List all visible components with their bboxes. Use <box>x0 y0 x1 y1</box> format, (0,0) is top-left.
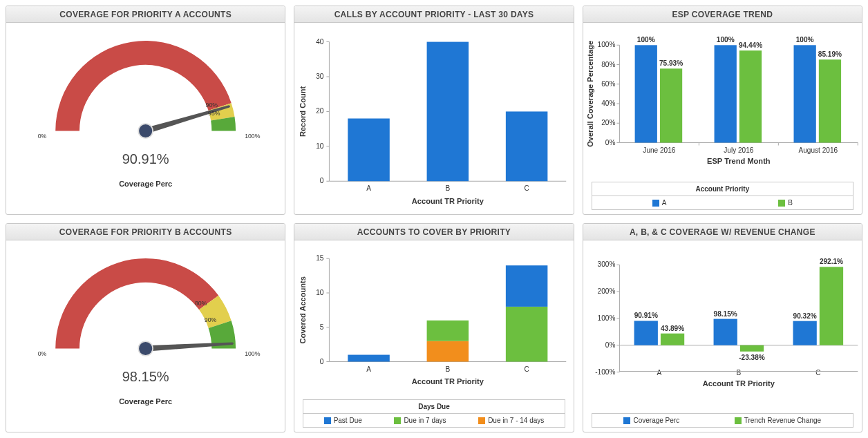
svg-text:C: C <box>525 184 529 192</box>
gauge-b: 0% 100% 80% 90% 98.15% Coverage Perc <box>6 240 285 432</box>
svg-text:C: C <box>815 369 820 377</box>
svg-rect-51 <box>818 59 840 142</box>
svg-text:200%: 200% <box>597 287 615 295</box>
svg-text:75.93%: 75.93% <box>659 59 683 67</box>
svg-text:100%: 100% <box>597 41 615 48</box>
legend-title: Account Priority <box>695 185 749 193</box>
esp-legend: Account Priority <box>592 182 853 196</box>
gauge-max-label: 100% <box>245 350 260 357</box>
panel-rev: A, B, & C COVERAGE W/ REVENUE CHANGE -10… <box>583 223 862 432</box>
svg-text:0: 0 <box>320 358 324 365</box>
cover-chart: 051015ABCAccount TR PriorityCovered Acco… <box>294 240 573 399</box>
gauge-caption: Coverage Perc <box>6 180 285 188</box>
panel-title: ACCOUNTS TO COVER BY PRIORITY <box>294 224 573 240</box>
panel-gauge-b: COVERAGE FOR PRIORITY B ACCOUNTS <box>6 223 285 432</box>
rev-legend: Coverage Perc Trench Revenue Change <box>592 413 853 428</box>
esp-chart: 0%20%40%60%80%100%100%75.93%June 2016100… <box>583 23 862 182</box>
svg-rect-19 <box>506 111 547 181</box>
svg-text:A: A <box>367 184 372 192</box>
rev-chart: -100%0%100%200%300%90.91%43.89%A98.15%-2… <box>583 240 862 413</box>
legend-item: Due in 7 - 14 days <box>478 417 544 424</box>
cover-legend-title-row: Days Due <box>303 399 565 414</box>
svg-text:5: 5 <box>320 323 324 331</box>
svg-rect-15 <box>348 119 390 182</box>
svg-text:-100%: -100% <box>595 368 615 376</box>
svg-text:B: B <box>446 365 451 373</box>
gauge-caption: Coverage Perc <box>6 397 285 406</box>
svg-text:300%: 300% <box>597 260 615 268</box>
svg-text:Record Count: Record Count <box>299 86 307 137</box>
svg-text:10: 10 <box>316 142 324 150</box>
svg-rect-49 <box>793 45 815 142</box>
svg-text:60%: 60% <box>601 80 615 88</box>
legend-item: Trench Revenue Change <box>735 417 821 424</box>
legend-label: Past Due <box>334 417 362 424</box>
panel-title: COVERAGE FOR PRIORITY A ACCOUNTS <box>6 6 285 23</box>
svg-text:30: 30 <box>316 73 324 80</box>
svg-text:ESP Trend Month: ESP Trend Month <box>707 157 771 165</box>
svg-text:Covered Accounts: Covered Accounts <box>299 276 307 343</box>
svg-text:98.15%: 98.15% <box>713 310 737 318</box>
legend-item: Coverage Perc <box>623 417 679 424</box>
svg-text:100%: 100% <box>637 36 655 44</box>
svg-rect-70 <box>348 355 390 362</box>
svg-text:94.44%: 94.44% <box>739 41 762 49</box>
legend-item: A <box>652 199 667 207</box>
svg-text:A: A <box>657 369 661 377</box>
svg-rect-45 <box>739 50 762 142</box>
cover-legend: Past Due Due in 7 days Due in 7 - 14 day… <box>303 414 565 428</box>
svg-text:Account TR Priority: Account TR Priority <box>412 377 484 385</box>
gauge-min-label: 0% <box>38 133 47 140</box>
svg-text:100%: 100% <box>795 36 813 44</box>
svg-text:Overall Coverage Percentage: Overall Coverage Percentage <box>586 41 594 147</box>
svg-text:B: B <box>736 369 741 377</box>
svg-text:0%: 0% <box>605 139 615 146</box>
svg-text:43.89%: 43.89% <box>661 325 684 332</box>
esp-legend-items: A B <box>592 196 853 210</box>
legend-label: Coverage Perc <box>633 417 679 424</box>
svg-text:100%: 100% <box>597 314 615 322</box>
svg-text:July 2016: July 2016 <box>724 146 754 154</box>
svg-text:40%: 40% <box>601 99 615 107</box>
panel-title: CALLS BY ACCOUNT PRIORITY - LAST 30 DAYS <box>294 6 573 23</box>
svg-text:90.32%: 90.32% <box>793 312 816 320</box>
svg-rect-94 <box>661 334 684 345</box>
svg-text:B: B <box>446 184 451 192</box>
gauge-a: 0% 100% 90% 95% 90.91% Coverage Perc <box>6 23 285 214</box>
svg-rect-37 <box>634 45 657 142</box>
svg-rect-102 <box>793 321 816 345</box>
svg-rect-92 <box>634 321 657 345</box>
panel-calls: ▾ CALLS BY ACCOUNT PRIORITY - LAST 30 DA… <box>294 6 574 215</box>
svg-text:10: 10 <box>316 289 324 296</box>
gauge-max-label: 100% <box>245 133 260 140</box>
calls-chart: 010203040ABCAccount TR PriorityRecord Co… <box>294 23 573 214</box>
svg-text:0%: 0% <box>605 341 615 349</box>
svg-text:Account TR Priority: Account TR Priority <box>412 197 484 205</box>
legend-label: A <box>662 199 667 207</box>
svg-text:90.91%: 90.91% <box>634 312 657 319</box>
svg-rect-17 <box>427 42 469 182</box>
panel-gauge-a: COVERAGE FOR PRIORITY A ACCOUNTS <box>6 6 285 215</box>
gauge-threshold-2: 95% <box>208 110 220 117</box>
svg-text:292.1%: 292.1% <box>820 258 843 265</box>
svg-text:August 2016: August 2016 <box>798 146 838 154</box>
gauge-threshold-1: 80% <box>195 300 207 307</box>
gauge-threshold-1: 90% <box>206 102 218 108</box>
gauge-min-label: 0% <box>38 350 47 357</box>
svg-text:80%: 80% <box>601 61 615 68</box>
legend-item: B <box>778 199 793 207</box>
svg-text:A: A <box>367 365 372 373</box>
svg-text:-23.38%: -23.38% <box>739 354 765 361</box>
svg-rect-104 <box>819 267 842 345</box>
svg-rect-76 <box>506 265 547 307</box>
svg-text:85.19%: 85.19% <box>818 50 842 58</box>
svg-rect-99 <box>740 345 764 352</box>
legend-item: Past Due <box>324 417 362 424</box>
svg-text:June 2016: June 2016 <box>643 146 675 154</box>
svg-rect-72 <box>427 341 469 362</box>
svg-rect-97 <box>713 319 737 345</box>
panel-cover: ACCOUNTS TO COVER BY PRIORITY 051015ABCA… <box>294 223 574 432</box>
legend-label: Trench Revenue Change <box>744 417 821 424</box>
svg-text:100%: 100% <box>716 36 734 44</box>
panel-title: COVERAGE FOR PRIORITY B ACCOUNTS <box>6 224 285 240</box>
